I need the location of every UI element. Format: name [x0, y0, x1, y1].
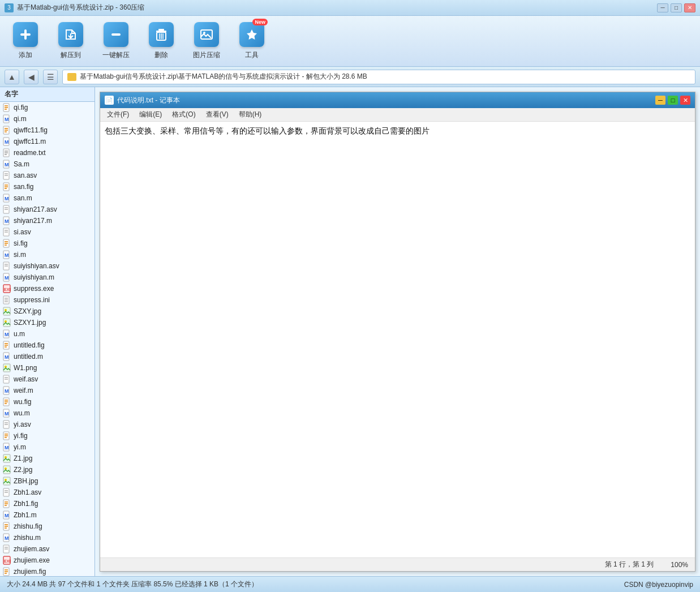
- toolbar-item-extract[interactable]: 解压到: [57, 22, 85, 60]
- notepad-title-bar: 📄 代码说明.txt - 记事本 ─ □ ✕: [100, 92, 695, 108]
- title-bar-text: 基于Matlab-gui信号系统设计.zip - 360压缩: [17, 3, 657, 12]
- list-item[interactable]: suiyishiyan.asv: [0, 260, 95, 272]
- list-item[interactable]: SZXY1.jpg: [0, 317, 95, 328]
- notepad-maximize-button[interactable]: □: [668, 96, 678, 105]
- toolbar-item-tools[interactable]: New工具: [238, 22, 266, 60]
- nav-path-text: 基于Matlab-gui信号系统设计.zip\基于MATLAB的信号与系统虚拟演…: [80, 72, 367, 81]
- toolbar-item-add[interactable]: 添加: [11, 22, 40, 60]
- file-item-name: san.asv: [14, 171, 37, 179]
- file-item-name: zhujiem.fig: [14, 568, 46, 576]
- toolbar-icon-extract: [58, 22, 83, 47]
- list-item[interactable]: EXEzhujiem.exe: [0, 555, 95, 566]
- list-item[interactable]: si.asv: [0, 226, 95, 238]
- svg-text:M: M: [5, 196, 9, 201]
- list-item[interactable]: untitled.fig: [0, 340, 95, 351]
- notepad-menu-edit[interactable]: 编辑(E): [135, 109, 166, 121]
- list-item[interactable]: zhujiem.asv: [0, 543, 95, 555]
- list-item[interactable]: ZBH.jpg: [0, 475, 95, 487]
- list-item[interactable]: Mqi.m: [0, 113, 95, 125]
- notepad-content[interactable]: 包括三大变换、采样、常用信号等，有的还可以输入参数，界面背景可以改成自己需要的图…: [100, 122, 695, 557]
- file-icon-fig: [2, 567, 11, 576]
- svg-text:M: M: [5, 252, 9, 258]
- main-area: 名字 qi.figMqi.mqjwffc11.figMqjwffc11.mrea…: [0, 87, 700, 576]
- toolbar-item-imgzip[interactable]: 图片压缩: [192, 22, 221, 60]
- list-item[interactable]: MSa.m: [0, 158, 95, 170]
- list-item[interactable]: suppress.ini: [0, 294, 95, 306]
- list-item[interactable]: readme.txt: [0, 147, 95, 158]
- list-item[interactable]: Mshiyan217.m: [0, 215, 95, 226]
- notepad-menu-format[interactable]: 格式(O): [168, 109, 200, 121]
- file-icon-png: [2, 363, 11, 372]
- notepad-title-text: 代码说明.txt - 记事本: [117, 96, 652, 105]
- notepad-status-zoom: 100%: [671, 561, 688, 569]
- list-item[interactable]: Myi.m: [0, 441, 95, 453]
- list-item[interactable]: Mweif.m: [0, 385, 95, 396]
- svg-text:M: M: [5, 218, 9, 224]
- list-item[interactable]: wu.fig: [0, 396, 95, 407]
- notepad-status-bar: 第 1 行，第 1 列 100%: [100, 557, 695, 571]
- list-item[interactable]: EXEsuppress.exe: [0, 283, 95, 294]
- list-item[interactable]: Mu.m: [0, 328, 95, 340]
- list-item[interactable]: zhujiem.fig: [0, 566, 95, 576]
- file-icon-asv: [2, 205, 11, 214]
- list-item[interactable]: Mwu.m: [0, 407, 95, 419]
- list-item[interactable]: Mqjwffc11.m: [0, 136, 95, 147]
- close-button[interactable]: ✕: [684, 3, 695, 12]
- status-bar: 大小 24.4 MB 共 97 个文件和 1 个文件夹 压缩率 85.5% 已经…: [0, 576, 700, 592]
- notepad-close-button[interactable]: ✕: [680, 96, 690, 105]
- notepad-menu-file[interactable]: 文件(F): [102, 109, 134, 121]
- list-item[interactable]: shiyan217.asv: [0, 204, 95, 215]
- notepad-minimize-button[interactable]: ─: [655, 96, 665, 105]
- file-icon-m: M: [2, 329, 11, 338]
- folder-icon: [67, 73, 76, 81]
- toolbar-icon-add: [13, 22, 38, 47]
- notepad-menu-help[interactable]: 帮助(H): [234, 109, 267, 121]
- file-item-name: u.m: [14, 330, 25, 338]
- list-item[interactable]: Msuiyishiyan.m: [0, 272, 95, 283]
- file-item-name: wu.fig: [14, 398, 31, 406]
- toolbar-item-extractAll[interactable]: 一键解压: [102, 22, 130, 60]
- list-item[interactable]: san.fig: [0, 181, 95, 192]
- notepad-menu-view[interactable]: 查看(V): [201, 109, 233, 121]
- toolbar-icon-tools: New: [239, 22, 264, 47]
- minimize-button[interactable]: ─: [657, 3, 668, 12]
- svg-text:M: M: [5, 513, 9, 518]
- list-item[interactable]: Msi.m: [0, 249, 95, 260]
- list-item[interactable]: qi.fig: [0, 102, 95, 113]
- list-item[interactable]: san.asv: [0, 170, 95, 181]
- list-item[interactable]: Muntitled.m: [0, 351, 95, 362]
- list-item[interactable]: Zbh1.asv: [0, 487, 95, 498]
- list-item[interactable]: Msan.m: [0, 192, 95, 204]
- file-item-name: san.m: [14, 194, 32, 202]
- up-button[interactable]: ◀: [24, 70, 38, 84]
- svg-rect-5: [158, 29, 164, 31]
- toolbar-icon-extractAll: [104, 22, 128, 47]
- toolbar-item-delete[interactable]: 删除: [147, 22, 175, 60]
- toolbar: 添加解压到一键解压删除图片压缩New工具: [0, 16, 700, 67]
- list-item[interactable]: Mzhishu.m: [0, 532, 95, 543]
- back-button[interactable]: ▲: [5, 70, 19, 84]
- file-item-name: suppress.ini: [14, 296, 50, 304]
- list-item[interactable]: Z2.jpg: [0, 464, 95, 475]
- file-icon-fig: [2, 126, 11, 135]
- file-item-name: Zbh1.asv: [14, 488, 41, 496]
- list-item[interactable]: si.fig: [0, 238, 95, 249]
- maximize-button[interactable]: □: [671, 3, 682, 12]
- status-brand: CSDN @biyezuopinvip: [624, 581, 693, 589]
- list-item[interactable]: qjwffc11.fig: [0, 125, 95, 136]
- list-item[interactable]: W1.png: [0, 362, 95, 374]
- file-item-name: yi.m: [14, 443, 26, 451]
- svg-text:M: M: [5, 162, 9, 168]
- file-icon-asv: [2, 375, 11, 384]
- list-item[interactable]: Z1.jpg: [0, 453, 95, 464]
- list-item[interactable]: yi.fig: [0, 430, 95, 441]
- list-item[interactable]: zhishu.fig: [0, 521, 95, 532]
- list-item[interactable]: weif.asv: [0, 374, 95, 385]
- list-item[interactable]: Zbh1.fig: [0, 498, 95, 509]
- list-item[interactable]: MZbh1.m: [0, 509, 95, 521]
- list-item[interactable]: yi.asv: [0, 419, 95, 430]
- view-toggle-button[interactable]: ☰: [43, 70, 58, 84]
- list-item[interactable]: SZXY.jpg: [0, 306, 95, 317]
- file-item-name: suiyishiyan.m: [14, 273, 54, 281]
- file-item-name: zhishu.m: [14, 534, 41, 542]
